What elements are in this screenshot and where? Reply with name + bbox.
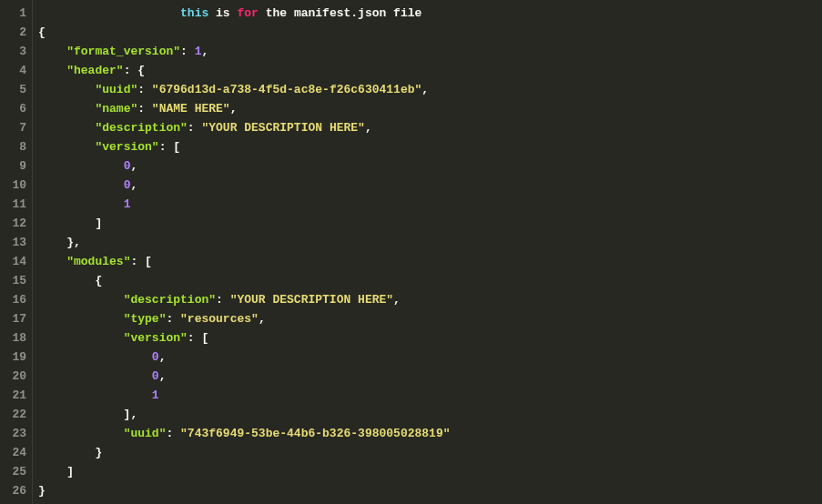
code-token — [38, 83, 95, 96]
line-number: 1 — [4, 4, 26, 23]
line-number: 18 — [4, 328, 26, 348]
code-token: : — [188, 121, 202, 135]
code-line[interactable]: 1 — [38, 386, 822, 405]
code-line[interactable]: "format_version": 1, — [38, 42, 822, 61]
code-line[interactable]: ] — [38, 214, 822, 233]
line-number: 15 — [4, 271, 26, 290]
line-number: 17 — [4, 309, 26, 328]
code-line[interactable]: "description": "YOUR DESCRIPTION HERE", — [38, 290, 822, 309]
line-number: 4 — [4, 61, 26, 80]
code-token — [38, 64, 66, 77]
code-token: "type" — [124, 312, 167, 326]
code-token: : [ — [159, 140, 180, 154]
code-line[interactable]: "version": [ — [38, 328, 822, 348]
code-token: : — [137, 83, 152, 96]
code-line[interactable]: this is for the manifest.json file — [38, 4, 822, 23]
code-line[interactable]: { — [38, 271, 822, 290]
code-line[interactable]: } — [38, 443, 822, 462]
code-line[interactable]: "modules": [ — [38, 252, 822, 271]
code-token: , — [130, 178, 137, 192]
code-token — [38, 159, 124, 173]
code-token — [38, 45, 66, 58]
code-token: }, — [38, 236, 81, 249]
code-token — [38, 6, 180, 20]
code-token: "743f6949-53be-44b6-b326-398005028819" — [180, 427, 450, 440]
code-line[interactable]: }, — [38, 233, 822, 252]
code-token: "uuid" — [95, 83, 137, 96]
code-token: { — [38, 274, 102, 287]
code-line[interactable]: { — [38, 23, 822, 42]
code-token — [38, 427, 124, 440]
code-token: , — [365, 121, 372, 135]
line-number: 19 — [4, 348, 26, 367]
code-line[interactable]: 0, — [38, 176, 822, 195]
code-token: "version" — [95, 140, 158, 154]
code-token — [38, 312, 124, 326]
code-token: "YOUR DESCRIPTION HERE" — [230, 293, 393, 307]
code-line[interactable]: 0, — [38, 367, 822, 386]
line-number: 12 — [4, 214, 26, 233]
code-token: "header" — [66, 64, 123, 77]
line-number: 2 — [4, 23, 26, 42]
code-token: : — [137, 102, 152, 116]
line-number: 8 — [4, 137, 26, 156]
line-number: 5 — [4, 80, 26, 99]
line-number: 3 — [4, 42, 26, 61]
code-line[interactable]: ] — [38, 462, 822, 481]
code-line[interactable]: "type": "resources", — [38, 309, 822, 328]
code-line[interactable]: } — [38, 481, 822, 500]
code-token: : — [180, 45, 195, 58]
code-token: "description" — [95, 121, 187, 135]
code-token: , — [393, 293, 401, 307]
code-token: , — [259, 312, 266, 326]
code-line[interactable]: ], — [38, 405, 822, 424]
code-token — [38, 331, 124, 345]
code-line[interactable]: "header": { — [38, 61, 822, 80]
code-token: , — [159, 350, 167, 364]
code-token — [38, 255, 66, 268]
line-number: 22 — [4, 405, 26, 424]
line-number: 11 — [4, 195, 26, 214]
code-token — [38, 293, 124, 307]
code-token: : — [216, 293, 230, 307]
code-token: ], — [38, 408, 137, 421]
line-number: 13 — [4, 233, 26, 252]
code-line[interactable]: "description": "YOUR DESCRIPTION HERE", — [38, 118, 822, 137]
code-token: this — [180, 6, 208, 20]
code-token: , — [130, 159, 137, 173]
code-token: , — [421, 83, 429, 96]
code-token: "YOUR DESCRIPTION HERE" — [201, 121, 364, 135]
code-line[interactable]: "name": "NAME HERE", — [38, 99, 822, 118]
code-token: : — [166, 312, 180, 326]
line-number: 6 — [4, 99, 26, 118]
code-line[interactable]: 0, — [38, 348, 822, 367]
code-line[interactable]: "uuid": "743f6949-53be-44b6-b326-3980050… — [38, 424, 822, 443]
code-token: the manifest.json file — [259, 6, 421, 20]
code-token: 0 — [152, 369, 159, 383]
line-number: 26 — [4, 481, 26, 500]
code-token — [38, 197, 124, 211]
code-line[interactable]: 1 — [38, 195, 822, 214]
code-token — [38, 369, 152, 383]
code-token: 0 — [152, 350, 159, 364]
code-token: "uuid" — [124, 427, 167, 440]
code-token: "version" — [124, 331, 188, 345]
code-token: "description" — [124, 293, 216, 307]
code-line[interactable]: "uuid": "6796d13d-a738-4f5d-ac8e-f26c630… — [38, 80, 822, 99]
code-token: 1 — [124, 197, 131, 211]
code-token: "6796d13d-a738-4f5d-ac8e-f26c630411eb" — [152, 83, 421, 96]
code-token: : { — [124, 64, 145, 77]
code-token: , — [230, 102, 238, 116]
code-line[interactable]: 0, — [38, 156, 822, 176]
code-token: "resources" — [180, 312, 259, 326]
code-line[interactable]: "version": [ — [38, 137, 822, 156]
line-number: 24 — [4, 443, 26, 462]
line-number: 9 — [4, 156, 26, 176]
code-token: 1 — [152, 388, 159, 402]
line-number: 14 — [4, 252, 26, 271]
code-token — [38, 178, 124, 192]
code-token: } — [38, 484, 46, 498]
code-editor-content[interactable]: this is for the manifest.json file{ "for… — [33, 0, 822, 504]
code-token — [38, 388, 152, 402]
line-number-gutter: 1234567891011121314151617181920212223242… — [0, 0, 33, 504]
